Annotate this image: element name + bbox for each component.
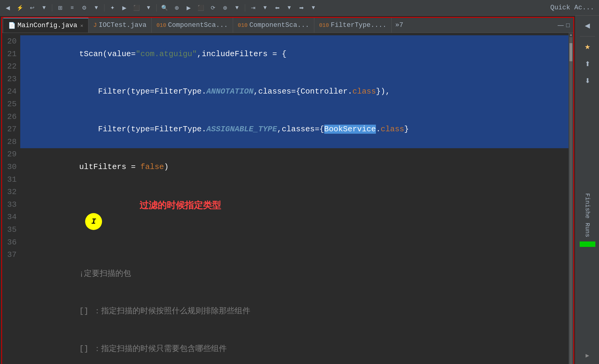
toolbar-icon-11[interactable]: ▼	[143, 2, 154, 13]
toolbar-icon-19[interactable]: ⇥	[248, 2, 258, 13]
code-editor[interactable]: 20 21 22 23 24 25 26 27 28 29 30 31 32 3…	[2, 33, 573, 364]
toolbar-icon-21[interactable]: ⬅	[272, 2, 283, 13]
code-line-25	[20, 242, 569, 255]
side-btn-run[interactable]: ⬆	[580, 56, 595, 72]
ft-icon: 010	[319, 22, 329, 28]
toolbar-icon-10[interactable]: ⬛	[131, 2, 142, 13]
code-content[interactable]: tScan(value="com.atguigu",includeFilters…	[20, 33, 569, 364]
code-line-22: Filter(type=FilterType.ASSIGNABLE_TYPE,c…	[20, 111, 569, 148]
code-line-26: ¡定要扫描的包	[20, 255, 569, 293]
code-line-24: 过滤的时候指定类型 I	[20, 186, 569, 242]
side-btn-chevron-left[interactable]: ◀	[580, 18, 595, 33]
toolbar-sep-3	[156, 4, 157, 11]
tab-filter-type[interactable]: 010 FilterType....	[314, 18, 392, 33]
green-status-bar	[580, 241, 595, 247]
toolbar-icon-1[interactable]: ⚡	[14, 2, 25, 13]
code-line-28: [] ：指定扫描的时候只需要包含哪些组件	[20, 330, 569, 364]
tab-overflow[interactable]: »7	[392, 20, 407, 30]
finished-label: Finishe	[583, 192, 592, 220]
tab-main-config-close[interactable]: ✕	[80, 23, 83, 29]
tab-ioc-test[interactable]: J IOCTest.java	[88, 18, 152, 33]
toolbar-icon-8[interactable]: ✦	[107, 2, 118, 13]
toolbar-icon-2[interactable]: ↩	[27, 2, 37, 13]
toolbar-icon-6[interactable]: ⚙	[79, 2, 90, 13]
side-chevron-right[interactable]: ▶	[585, 352, 589, 359]
editor-area: 📄 MainConfig.java ✕ J IOCTest.java 010 C…	[1, 17, 574, 364]
cs1-icon: 010	[156, 22, 166, 28]
tab-ioc-test-label: IOCTest.java	[99, 21, 146, 29]
runs-label: Runs	[583, 222, 592, 238]
toolbar-icon-15[interactable]: ⬛	[195, 2, 206, 13]
tab-ft-label: FilterType....	[331, 21, 386, 29]
scrollbar-thumb-v[interactable]	[569, 43, 572, 61]
tab-cs2-label: ComponentSca...	[249, 21, 309, 29]
scroll-up-btn[interactable]: ▲	[569, 33, 573, 37]
layout-wrapper: 📄 MainConfig.java ✕ J IOCTest.java 010 C…	[0, 16, 599, 364]
toolbar-icon-18[interactable]: ▼	[232, 2, 242, 13]
scrollbar-track-v[interactable]	[569, 37, 572, 364]
toolbar-icon-24[interactable]: ▼	[308, 2, 319, 13]
ioc-file-icon: J	[93, 22, 97, 29]
toolbar-icon-22[interactable]: ▼	[284, 2, 295, 13]
toolbar-icon-13[interactable]: ⊕	[171, 2, 182, 13]
line-numbers: 20 21 22 23 24 25 26 27 28 29 30 31 32 3…	[2, 33, 20, 364]
tabs-bar: 📄 MainConfig.java ✕ J IOCTest.java 010 C…	[2, 18, 573, 33]
tab-main-config-label: MainConfig.java	[18, 22, 77, 29]
toolbar-sep-1	[52, 4, 52, 11]
minimize-editor-btn[interactable]: —	[558, 22, 564, 29]
toolbar-icon-3[interactable]: ▼	[39, 2, 50, 13]
toolbar-icon-12[interactable]: 🔍	[159, 2, 170, 13]
toolbar-sep-2	[104, 4, 104, 11]
toolbar-icon-23[interactable]: ➡	[296, 2, 307, 13]
side-panel: ◀ ★ ⬆ ⬇ Finishe Runs ▶	[575, 16, 599, 364]
tab-component-scan-2[interactable]: 010 ComponentSca...	[233, 18, 314, 33]
cs2-icon: 010	[238, 22, 248, 28]
tab-cs1-label: ComponentSca...	[168, 21, 228, 29]
side-btn-down[interactable]: ⬇	[580, 73, 595, 88]
java-file-icon: 📄	[8, 22, 16, 29]
side-btn-star[interactable]: ★	[580, 40, 595, 55]
code-line-27: [] ：指定扫描的时候按照什么规则排除那些组件	[20, 293, 569, 330]
toolbar-icon-16[interactable]: ⟳	[207, 2, 218, 13]
toolbar-icon-7[interactable]: ▼	[91, 2, 102, 13]
tab-component-scan-1[interactable]: 010 ComponentSca...	[152, 18, 233, 33]
toolbar-icon-14[interactable]: ▶	[183, 2, 194, 13]
main-toolbar: ◀ ⚡ ↩ ▼ ⊞ ≡ ⚙ ▼ ✦ ▶ ⬛ ▼ 🔍 ⊕ ▶ ⬛ ⟳ ⊕ ▼ ⇥ …	[0, 0, 599, 16]
side-divider	[580, 36, 595, 37]
code-line-21: Filter(type=FilterType.ANNOTATION,classe…	[20, 73, 569, 111]
tabs-right-controls: — □	[558, 22, 572, 29]
toolbar-icon-20[interactable]: ▼	[260, 2, 271, 13]
editor-scrollbar-v[interactable]: ▲ ▼	[569, 33, 573, 364]
toolbar-icon-9[interactable]: ▶	[119, 2, 130, 13]
tab-main-config[interactable]: 📄 MainConfig.java ✕	[3, 18, 88, 33]
maximize-editor-btn[interactable]: □	[566, 22, 570, 29]
toolbar-back-btn[interactable]: ◀	[2, 2, 13, 13]
annotation-text: 过滤的时候指定类型	[139, 201, 221, 211]
toolbar-icon-5[interactable]: ≡	[67, 2, 78, 13]
code-line-23: ultFilters = false)	[20, 148, 569, 186]
quick-access-label: Quick Ac...	[550, 4, 597, 11]
code-line-20: tScan(value="com.atguigu",includeFilters…	[20, 35, 569, 73]
toolbar-icon-17[interactable]: ⊕	[219, 2, 230, 13]
cursor-indicator: I	[85, 213, 102, 230]
toolbar-icon-4[interactable]: ⊞	[55, 2, 66, 13]
toolbar-sep-4	[245, 4, 245, 11]
editor-wrapper: 📄 MainConfig.java ✕ J IOCTest.java 010 C…	[0, 16, 575, 364]
